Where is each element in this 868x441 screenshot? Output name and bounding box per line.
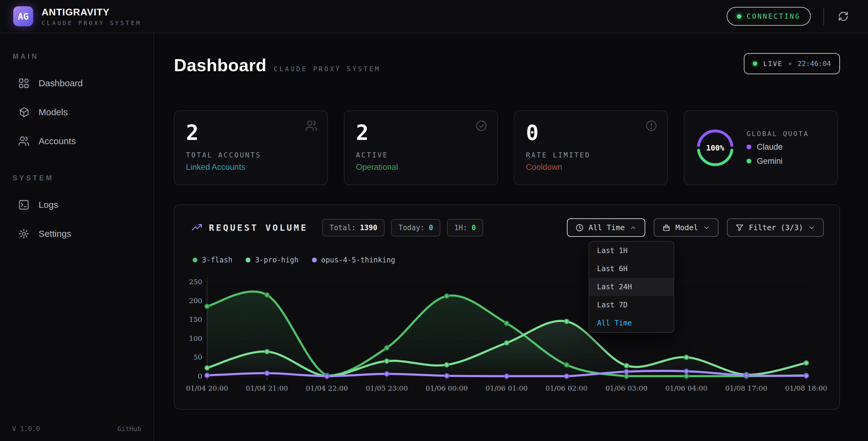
x-axis-tick-label: 01/06 01:00	[486, 384, 528, 392]
data-point[interactable]	[205, 365, 209, 370]
refresh-icon[interactable]	[837, 10, 850, 23]
data-point[interactable]	[684, 355, 688, 359]
users-icon	[18, 136, 30, 147]
data-point[interactable]	[444, 374, 449, 378]
page-title: Dashboard	[174, 55, 267, 75]
check-circle-icon	[475, 119, 488, 132]
stat-value: 0	[526, 121, 656, 145]
one-hour-badge-label: 1H:	[454, 224, 467, 232]
data-point[interactable]	[205, 304, 209, 308]
sidebar-item-accounts[interactable]: Accounts	[12, 129, 141, 153]
trending-up-icon	[191, 222, 202, 233]
data-point[interactable]	[684, 374, 688, 378]
dropdown-item-last-7d[interactable]: Last 7D	[589, 296, 674, 314]
data-point[interactable]	[624, 374, 629, 378]
live-dot-icon	[753, 62, 757, 66]
data-point[interactable]	[384, 372, 389, 376]
request-volume-panel: REQUEST VOLUME Total: 1390 Today: 0 1H: …	[174, 205, 840, 410]
x-axis-tick-label: 01/08 18:00	[785, 384, 827, 392]
data-point[interactable]	[265, 371, 269, 375]
quota-percent: 100%	[696, 129, 734, 167]
data-point[interactable]	[205, 373, 209, 377]
y-axis-tick-label: 200	[189, 297, 202, 305]
card-active: 2 ACTIVE Operational	[344, 110, 498, 185]
legend-item[interactable]: opus-4-5-thinking	[312, 256, 396, 264]
x-axis-tick-label: 01/06 04:00	[665, 384, 707, 392]
users-icon	[305, 119, 318, 132]
stat-value: 2	[356, 121, 486, 145]
panel-title: REQUEST VOLUME	[209, 223, 308, 233]
app-title: ANTIGRAVITY	[41, 7, 141, 18]
data-point[interactable]	[444, 294, 449, 298]
data-point[interactable]	[564, 362, 569, 367]
topbar-divider	[824, 7, 824, 25]
gear-icon	[18, 228, 30, 239]
sidebar-item-label: Logs	[38, 200, 58, 210]
filter-button[interactable]: Filter (3/3)	[727, 218, 824, 237]
data-point[interactable]	[384, 346, 389, 350]
data-point[interactable]	[504, 321, 509, 325]
data-point[interactable]	[624, 370, 629, 374]
x-axis-tick-label: 01/04 20:00	[186, 384, 228, 392]
x-axis-tick-label: 01/06 00:00	[426, 384, 468, 392]
data-point[interactable]	[504, 341, 509, 345]
main-content: Dashboard CLAUDE PROXY SYSTEM LIVE 22:46…	[154, 33, 868, 441]
time-range-button[interactable]: All Time	[567, 218, 645, 237]
live-clock: 22:46:04	[798, 60, 831, 67]
stat-sublabel: Linked Accounts	[186, 163, 316, 172]
chart-legend: 3-flash3-pro-highopus-4-5-thinking	[193, 256, 395, 264]
github-link[interactable]: GitHub	[118, 425, 141, 433]
data-point[interactable]	[444, 362, 449, 367]
data-point[interactable]	[744, 373, 748, 377]
stat-sublabel: Operational	[356, 163, 486, 172]
data-point[interactable]	[384, 359, 389, 363]
data-point[interactable]	[265, 350, 269, 354]
y-axis-tick-label: 50	[193, 353, 202, 361]
legend-item[interactable]: 3-flash	[193, 256, 232, 264]
legend-dot-icon	[193, 258, 197, 262]
app-logo-text: AG	[18, 11, 29, 22]
data-point[interactable]	[564, 319, 569, 323]
grid-icon	[18, 78, 30, 89]
card-global-quota: 100% GLOBAL QUOTA Claude Gemini	[684, 110, 838, 185]
data-point[interactable]	[804, 374, 808, 378]
data-point[interactable]	[684, 369, 688, 374]
data-point[interactable]	[325, 374, 329, 378]
sidebar: MAINDashboardModelsAccountsSYSTEMLogsSet…	[0, 33, 154, 441]
volume-chart: 05010015020025001/04 20:0001/04 21:0001/…	[184, 272, 832, 402]
model-button[interactable]: Model	[654, 218, 718, 237]
app-subtitle: CLAUDE PROXY SYSTEM	[41, 20, 141, 26]
dropdown-item-last-1h[interactable]: Last 1H	[589, 242, 674, 260]
one-hour-badge: 1H: 0	[447, 219, 483, 236]
model-button-label: Model	[675, 223, 698, 232]
stat-label: RATE LIMITED	[526, 151, 656, 159]
time-range-dropdown: Last 1HLast 6HLast 24HLast 7DAll Time	[589, 241, 674, 333]
data-point[interactable]	[624, 363, 629, 368]
live-label: LIVE	[763, 60, 783, 67]
data-point[interactable]	[564, 374, 569, 378]
quota-item-label: Gemini	[757, 156, 783, 166]
today-badge-value: 0	[429, 224, 433, 232]
sidebar-item-settings[interactable]: Settings	[12, 222, 141, 246]
x-axis-tick-label: 01/04 21:00	[246, 384, 288, 392]
sidebar-item-logs[interactable]: Logs	[12, 193, 141, 217]
legend-item[interactable]: 3-pro-high	[246, 256, 299, 264]
sidebar-item-dashboard[interactable]: Dashboard	[12, 71, 141, 96]
legend-label: opus-4-5-thinking	[321, 256, 396, 264]
sidebar-item-models[interactable]: Models	[12, 100, 141, 124]
legend-label: 3-flash	[202, 256, 232, 264]
stat-label: ACTIVE	[356, 151, 486, 159]
stat-cards-row: 2 TOTAL ACCOUNTS Linked Accounts 2 ACTIV…	[174, 110, 838, 185]
clock-icon	[575, 224, 584, 232]
y-axis-tick-label: 150	[189, 316, 202, 323]
data-point[interactable]	[504, 374, 509, 378]
today-badge: Today: 0	[391, 219, 440, 236]
claude-dot-icon	[747, 145, 751, 149]
alert-circle-icon	[645, 119, 658, 132]
dropdown-item-all-time[interactable]: All Time	[589, 314, 674, 332]
dropdown-item-last-6h[interactable]: Last 6H	[589, 260, 674, 278]
data-point[interactable]	[804, 361, 808, 365]
quota-label: GLOBAL QUOTA	[747, 130, 809, 138]
dropdown-item-last-24h[interactable]: Last 24H	[589, 278, 674, 296]
data-point[interactable]	[265, 293, 269, 297]
